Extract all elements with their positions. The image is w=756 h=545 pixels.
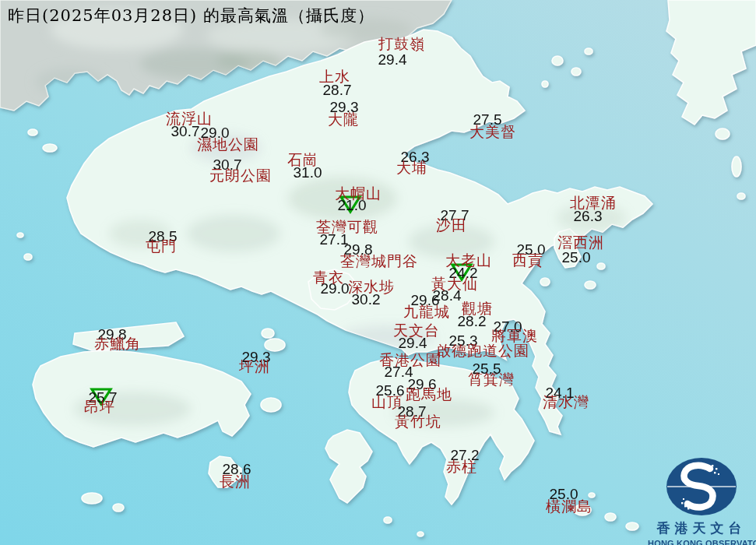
station-name: 大隴 bbox=[328, 112, 359, 127]
station-name: 屯門 bbox=[146, 239, 177, 254]
station-name: 赤鱲角 bbox=[94, 336, 141, 351]
station-name: 元朗公園 bbox=[209, 168, 272, 183]
station-name: 深水埗 bbox=[348, 280, 395, 294]
station-name: 北潭涌 bbox=[570, 195, 617, 210]
hko-logo: 香港天文台 HONG KONG OBSERVATORY bbox=[648, 456, 755, 545]
station-name: 橫瀾島 bbox=[546, 499, 592, 514]
station-name: 西貢 bbox=[512, 253, 543, 268]
station-name: 上水 bbox=[319, 69, 350, 84]
hko-logo-name-en: HONG KONG OBSERVATORY bbox=[648, 539, 755, 545]
station-name: 荃灣城門谷 bbox=[340, 254, 418, 269]
station-name: 黃竹坑 bbox=[395, 414, 441, 429]
station-name: 昂坪 bbox=[84, 399, 115, 414]
station-name: 觀塘 bbox=[462, 301, 493, 316]
station-name: 啟德跑道公園 bbox=[436, 343, 529, 358]
station-name: 大帽山 bbox=[335, 186, 382, 201]
station-name: 大埔 bbox=[396, 160, 427, 175]
hko-logo-name-zh: 香港天文台 bbox=[648, 519, 755, 537]
weather-map: 昨日(2025年03月28日) 的最高氣溫（攝氏度） 29.4打鼓嶺28.7上水… bbox=[0, 0, 756, 545]
station-name: 九龍城 bbox=[403, 304, 450, 319]
station-name: 香港公園 bbox=[379, 353, 441, 367]
station-name: 長洲 bbox=[220, 474, 251, 489]
station-name: 青衣 bbox=[313, 270, 344, 285]
map-title: 昨日(2025年03月28日) 的最高氣溫（攝氏度） bbox=[8, 5, 374, 26]
station-name: 清水灣 bbox=[543, 395, 589, 410]
station-name: 筲箕灣 bbox=[468, 372, 515, 387]
hko-logo-emblem bbox=[659, 456, 744, 517]
station-name: 大美督 bbox=[469, 125, 516, 139]
station-name: 赤柱 bbox=[446, 459, 477, 474]
station-value: 25.0 bbox=[562, 250, 591, 265]
station-name: 天文台 bbox=[393, 323, 440, 338]
station-name: 打鼓嶺 bbox=[378, 37, 425, 51]
station-name: 黃大仙 bbox=[431, 276, 478, 291]
station-labels-layer: 29.4打鼓嶺28.7上水29.3大隴30.7流浮山29.0濕地公園30.7元朗… bbox=[0, 0, 756, 545]
station-name: 跑馬地 bbox=[406, 387, 452, 402]
station-name: 坪洲 bbox=[239, 359, 270, 374]
station-name: 濕地公園 bbox=[197, 137, 259, 152]
station-name: 荃灣可觀 bbox=[316, 220, 378, 234]
station-name: 石崗 bbox=[287, 153, 318, 167]
station-value: 29.4 bbox=[378, 52, 407, 67]
station-name: 大老山 bbox=[445, 253, 492, 268]
station-name: 沙田 bbox=[436, 218, 467, 233]
station-name: 滘西洲 bbox=[557, 235, 604, 250]
